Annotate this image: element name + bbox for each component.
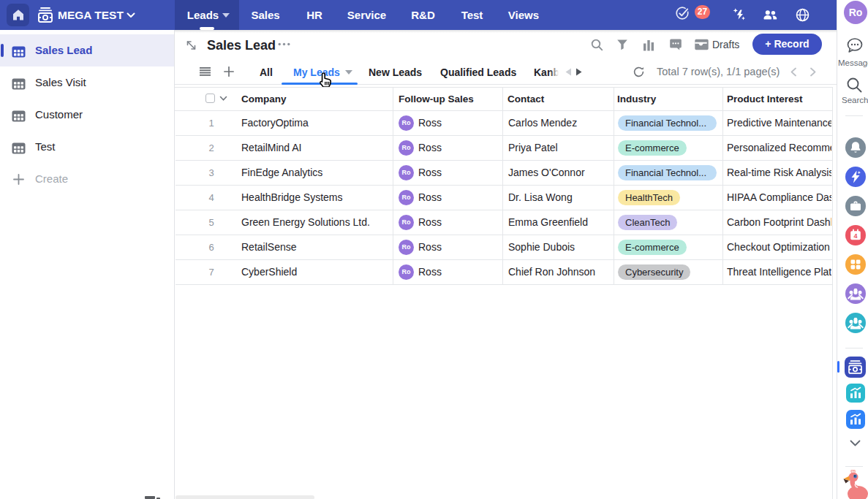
svg-text:4: 4	[853, 232, 857, 239]
